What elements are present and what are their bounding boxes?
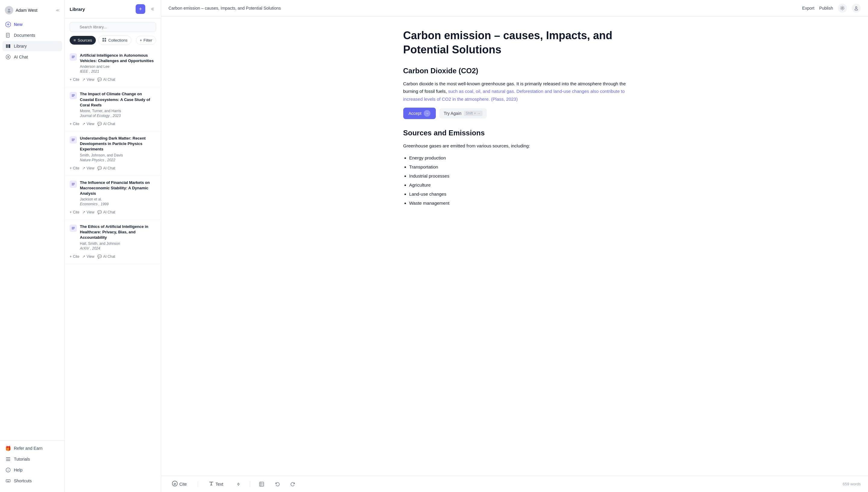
collections-tab-icon — [102, 38, 106, 43]
accept-button[interactable]: Accept → — [403, 107, 436, 119]
external-link-icon: ↗ — [82, 210, 85, 214]
cite-button[interactable]: + Cite — [70, 165, 79, 171]
publish-button[interactable]: Publish — [819, 6, 833, 10]
sidebar-item-help[interactable]: i Help — [2, 465, 62, 475]
refer-icon: 🎁 — [5, 446, 11, 451]
sidebar-item-refer[interactable]: 🎁 Refer and Earn — [2, 443, 62, 453]
settings-button[interactable] — [838, 4, 847, 13]
cite-button[interactable]: + Cite — [70, 77, 79, 82]
export-button[interactable]: Export — [802, 6, 814, 10]
tab-sources[interactable]: ≡ Sources — [70, 36, 96, 45]
sidebar-user: Adam West ≪ — [0, 4, 65, 19]
editor-area: Carbon emission – causes, Impacts, and P… — [379, 17, 650, 476]
cite-circle-icon: @ — [172, 481, 178, 487]
sidebar-collapse-icon[interactable]: ≪ — [56, 8, 60, 13]
list-item[interactable]: The Impact of Climate Change on Coastal … — [65, 87, 161, 131]
ai-chat-button[interactable]: 💬 AI Chat — [97, 121, 115, 127]
ai-chat-button[interactable]: 💬 AI Chat — [97, 253, 115, 260]
ai-chat-label: AI Chat — [103, 122, 115, 126]
filter-button[interactable]: + Filter — [136, 36, 156, 45]
source-type-icon — [70, 180, 77, 188]
cite-button[interactable]: + Cite — [70, 253, 79, 260]
cite-button[interactable]: + Cite — [70, 121, 79, 127]
ai-chat-button[interactable]: 💬 AI Chat — [97, 165, 115, 171]
document-icon — [5, 32, 11, 38]
search-input[interactable] — [70, 22, 156, 32]
document-header-title: Carbon emission – causes, Impacts, and P… — [169, 6, 281, 10]
view-button[interactable]: ↗ View — [82, 253, 94, 260]
sidebar-item-new[interactable]: New — [2, 19, 62, 29]
source-actions: + Cite ↗ View 💬 AI Chat — [70, 165, 156, 171]
add-source-button[interactable]: + — [136, 4, 145, 14]
expand-collapse-icon[interactable] — [234, 480, 242, 488]
filter-label: Filter — [144, 38, 152, 43]
list-item: Industrial processes — [409, 172, 626, 180]
source-authors: Smith, Johnson, and Davis — [80, 153, 156, 157]
list-item: Transportation — [409, 163, 626, 172]
svg-rect-39 — [72, 141, 74, 141]
collections-tab-label: Collections — [108, 38, 127, 43]
username: Adam West — [16, 8, 37, 13]
source-title: The Impact of Climate Change on Coastal … — [80, 91, 156, 108]
source-actions: + Cite ↗ View 💬 AI Chat — [70, 253, 156, 260]
svg-text:i: i — [8, 469, 9, 472]
paragraph-co2: Carbon dioxide is the most well-known gr… — [403, 80, 626, 103]
user-menu-button[interactable] — [852, 4, 861, 13]
sidebar-item-tutorials[interactable]: Tutorials — [2, 454, 62, 464]
sidebar-item-library[interactable]: Library — [2, 41, 62, 51]
library-panel: Library + 🔍 ≡ Sources Collections + Filt… — [65, 0, 161, 492]
svg-rect-37 — [72, 139, 75, 139]
source-type-icon — [70, 136, 77, 144]
cite-bottom-button[interactable]: @ Cite — [169, 479, 190, 489]
svg-rect-43 — [72, 185, 74, 186]
source-journal: Nature Physics , 2022 — [80, 158, 156, 162]
list-item[interactable]: Artificial Intelligence in Autonomous Ve… — [65, 49, 161, 87]
redo-icon[interactable] — [289, 480, 297, 488]
sidebar-item-shortcuts[interactable]: Shortcuts — [2, 476, 62, 486]
source-type-icon — [70, 92, 77, 99]
source-info: The Impact of Climate Change on Coastal … — [80, 91, 156, 118]
list-item: Land-use changes — [409, 190, 626, 199]
undo-icon[interactable] — [273, 480, 281, 488]
view-button[interactable]: ↗ View — [82, 77, 94, 82]
external-link-icon: ↗ — [82, 166, 85, 170]
sidebar-item-ai-chat[interactable]: AI Chat — [2, 52, 62, 62]
svg-rect-10 — [7, 44, 8, 48]
accept-bar: Accept → Try Again Shift + → — [403, 107, 626, 119]
source-actions: + Cite ↗ View 💬 AI Chat — [70, 77, 156, 82]
source-journal: IEEE , 2021 — [80, 69, 156, 74]
sources-tab-label: Sources — [78, 38, 92, 43]
ai-chat-button[interactable]: 💬 AI Chat — [97, 77, 115, 82]
ai-chat-button[interactable]: 💬 AI Chat — [97, 209, 115, 215]
view-button[interactable]: ↗ View — [82, 165, 94, 171]
list-item[interactable]: The Ethics of Artificial Intelligence in… — [65, 220, 161, 264]
bottom-bar: @ Cite Text 659 words — [161, 476, 868, 492]
tab-collections[interactable]: Collections — [98, 35, 131, 45]
try-again-button[interactable]: Try Again Shift + → — [439, 108, 486, 119]
sidebar-item-documents[interactable]: Documents — [2, 30, 62, 41]
text-button[interactable]: Text — [205, 479, 227, 489]
list-item[interactable]: The Influence of Financial Markets on Ma… — [65, 176, 161, 220]
source-top: The Influence of Financial Markets on Ma… — [70, 180, 156, 206]
cite-button[interactable]: + Cite — [70, 209, 79, 215]
text-label: Text — [215, 482, 223, 487]
svg-rect-9 — [6, 44, 7, 48]
svg-rect-30 — [72, 57, 75, 57]
source-info: Understanding Dark Matter: Recent Develo… — [80, 136, 156, 162]
source-journal: Economics , 1999 — [80, 202, 156, 206]
list-item[interactable]: Understanding Dark Matter: Recent Develo… — [65, 131, 161, 176]
search-box: 🔍 — [65, 18, 161, 35]
svg-rect-33 — [72, 94, 75, 95]
sidebar-nav: New Documents Library AI Chat — [0, 19, 65, 440]
plus-icon: + — [70, 254, 72, 259]
divider — [198, 481, 198, 487]
source-authors: Hall, Smith, and Johnson — [80, 242, 156, 246]
table-icon[interactable] — [257, 480, 266, 488]
cite-label: Cite — [73, 210, 79, 214]
view-button[interactable]: ↗ View — [82, 209, 94, 215]
collapse-panel-button[interactable] — [148, 5, 156, 13]
accept-arrow-icon: → — [424, 110, 430, 117]
help-icon: i — [5, 467, 11, 473]
view-button[interactable]: ↗ View — [82, 121, 94, 127]
svg-rect-24 — [102, 38, 104, 40]
